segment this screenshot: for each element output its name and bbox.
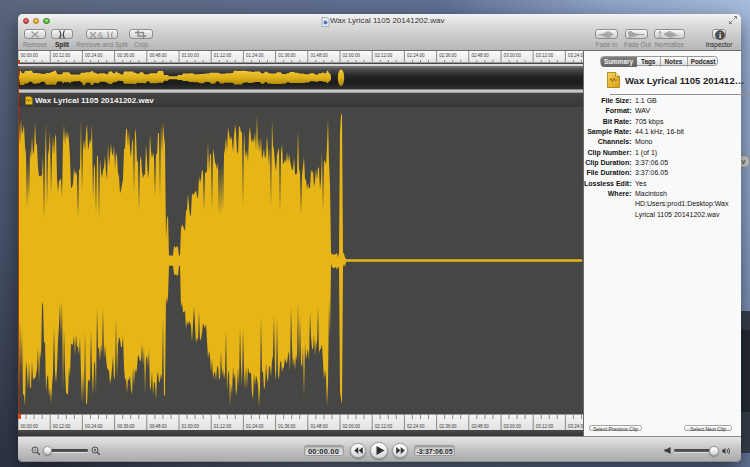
svg-text:02:36:00: 02:36:00 bbox=[439, 423, 456, 429]
svg-text:03:12:00: 03:12:00 bbox=[536, 423, 553, 429]
svg-text:01:48:00: 01:48:00 bbox=[310, 52, 327, 58]
svg-text:00:24:00: 00:24:00 bbox=[85, 423, 102, 429]
svg-text:01:12:00: 01:12:00 bbox=[214, 52, 231, 58]
svg-text:02:36:00: 02:36:00 bbox=[439, 52, 456, 58]
svg-text:02:24:00: 02:24:00 bbox=[407, 52, 424, 58]
svg-text:01:00:00: 01:00:00 bbox=[182, 423, 199, 429]
svg-text:02:00:00: 02:00:00 bbox=[343, 423, 360, 429]
svg-text:00:24:00: 00:24:00 bbox=[85, 52, 102, 58]
svg-text:01:24:00: 01:24:00 bbox=[246, 52, 263, 58]
svg-text:01:36:00: 01:36:00 bbox=[278, 423, 295, 429]
svg-text:00:48:00: 00:48:00 bbox=[149, 423, 166, 429]
svg-text:00:36:00: 00:36:00 bbox=[117, 423, 134, 429]
svg-text:02:12:00: 02:12:00 bbox=[375, 52, 392, 58]
svg-text:00:00:00: 00:00:00 bbox=[21, 52, 38, 58]
svg-text:02:12:00: 02:12:00 bbox=[375, 423, 392, 429]
svg-text:00:36:00: 00:36:00 bbox=[117, 52, 134, 58]
svg-text:01:24:00: 01:24:00 bbox=[246, 423, 263, 429]
svg-text:02:48:00: 02:48:00 bbox=[471, 52, 488, 58]
svg-text:i: i bbox=[718, 30, 720, 39]
svg-text:01:48:00: 01:48:00 bbox=[310, 423, 327, 429]
svg-text:00:48:00: 00:48:00 bbox=[149, 52, 166, 58]
svg-text:00:00:00: 00:00:00 bbox=[21, 423, 38, 429]
svg-text:03:24:00: 03:24:00 bbox=[568, 423, 583, 429]
svg-text:02:48:00: 02:48:00 bbox=[471, 423, 488, 429]
svg-text:01:00:00: 01:00:00 bbox=[182, 52, 199, 58]
svg-text:02:24:00: 02:24:00 bbox=[407, 423, 424, 429]
svg-text:01:12:00: 01:12:00 bbox=[214, 423, 231, 429]
svg-text:01:36:00: 01:36:00 bbox=[278, 52, 295, 58]
svg-text:03:12:00: 03:12:00 bbox=[536, 52, 553, 58]
svg-text:03:24:00: 03:24:00 bbox=[568, 52, 583, 58]
svg-text:02:00:00: 02:00:00 bbox=[343, 52, 360, 58]
svg-text:&: & bbox=[98, 31, 104, 39]
svg-text:00:12:00: 00:12:00 bbox=[53, 423, 70, 429]
svg-text:00:12:00: 00:12:00 bbox=[53, 52, 70, 58]
svg-text:03:00:00: 03:00:00 bbox=[504, 52, 521, 58]
svg-text:03:00:00: 03:00:00 bbox=[504, 423, 521, 429]
